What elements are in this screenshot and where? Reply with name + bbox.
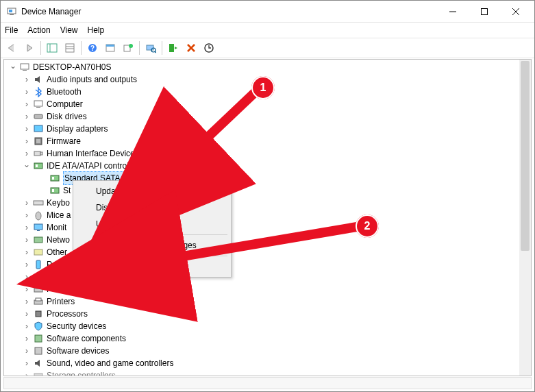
ctx-scan-hardware[interactable]: Scan for hardware changes bbox=[75, 237, 229, 254]
properties-button-toolbar[interactable] bbox=[62, 40, 78, 56]
ctx-properties[interactable]: Properties bbox=[75, 258, 229, 275]
tree-node-label: Processors bbox=[47, 308, 88, 320]
chevron-right-icon[interactable] bbox=[22, 210, 32, 220]
menu-file[interactable]: File bbox=[5, 25, 18, 35]
controller-icon bbox=[49, 173, 60, 184]
toolbar-icon[interactable] bbox=[201, 40, 217, 56]
chevron-right-icon[interactable] bbox=[22, 75, 32, 84]
vertical-scrollbar[interactable] bbox=[519, 60, 531, 376]
tree-node-audio[interactable]: Audio inputs and outputs bbox=[5, 73, 531, 86]
tree-node-security[interactable]: Security devices bbox=[5, 320, 531, 332]
menu-action[interactable]: Action bbox=[27, 25, 50, 35]
sound-icon bbox=[33, 358, 44, 369]
minimize-button[interactable] bbox=[437, 1, 469, 22]
close-button[interactable] bbox=[500, 1, 532, 22]
chevron-down-icon[interactable] bbox=[8, 62, 18, 72]
help-button[interactable]: ? bbox=[84, 40, 101, 56]
uninstall-device-button[interactable] bbox=[183, 40, 199, 56]
tree-node-bluetooth[interactable]: Bluetooth bbox=[5, 86, 531, 98]
tree-root-label: DESKTOP-AN70H0S bbox=[33, 61, 112, 73]
chevron-right-icon[interactable] bbox=[22, 124, 32, 134]
menu-view[interactable]: View bbox=[60, 25, 78, 35]
tree-node-firmware[interactable]: Firmware bbox=[5, 135, 531, 147]
show-hide-tree-button[interactable] bbox=[44, 40, 60, 56]
menubar: File Action View Help bbox=[1, 23, 534, 38]
forward-button[interactable] bbox=[21, 40, 38, 56]
chevron-right-icon[interactable] bbox=[22, 149, 32, 158]
svg-rect-45 bbox=[34, 237, 42, 243]
tree-node-label: Human Interface Devices bbox=[47, 147, 139, 160]
tree-node-hid[interactable]: Human Interface Devices bbox=[5, 147, 531, 160]
chevron-down-icon[interactable] bbox=[22, 161, 32, 171]
chevron-right-icon[interactable] bbox=[22, 136, 32, 146]
maximize-button[interactable] bbox=[469, 1, 500, 22]
tree-root[interactable]: DESKTOP-AN70H0S bbox=[5, 61, 531, 73]
chevron-right-icon[interactable] bbox=[22, 235, 32, 245]
chevron-right-icon[interactable] bbox=[22, 309, 32, 319]
scrollbar-thumb[interactable] bbox=[521, 61, 530, 251]
tree-node-ide[interactable]: IDE ATA/ATAPI controllers bbox=[5, 160, 531, 172]
tree-node-label: Print queues bbox=[47, 283, 92, 295]
chevron-right-icon[interactable] bbox=[22, 297, 32, 306]
chevron-right-icon[interactable] bbox=[22, 112, 32, 121]
svg-rect-54 bbox=[36, 298, 41, 301]
tree-node-label: Security devices bbox=[47, 320, 106, 332]
enable-device-button[interactable] bbox=[165, 40, 182, 56]
hid-icon bbox=[33, 148, 44, 159]
ctx-update-driver[interactable]: Update driver bbox=[75, 183, 229, 199]
toolbar-icon[interactable] bbox=[120, 40, 136, 56]
chevron-right-icon[interactable] bbox=[22, 334, 32, 343]
chevron-right-icon[interactable] bbox=[22, 272, 32, 282]
chevron-right-icon[interactable] bbox=[22, 247, 32, 257]
tree-node-label: Sound, video and game controllers bbox=[47, 357, 173, 369]
toolbar-icon[interactable] bbox=[102, 40, 119, 56]
back-button[interactable] bbox=[3, 40, 20, 56]
ide-icon bbox=[33, 160, 44, 171]
svg-rect-9 bbox=[66, 44, 74, 52]
tree-node-print-queues[interactable]: Print queues bbox=[5, 283, 531, 295]
disk-icon bbox=[33, 111, 44, 122]
chevron-right-icon[interactable] bbox=[22, 321, 32, 331]
ctx-uninstall-device[interactable]: Uninstall device bbox=[75, 216, 229, 232]
svg-rect-37 bbox=[51, 175, 59, 181]
chevron-right-icon[interactable] bbox=[22, 198, 32, 208]
tree-node-label: Bluetooth bbox=[47, 86, 82, 98]
statusbar bbox=[3, 377, 532, 389]
chevron-right-icon[interactable] bbox=[22, 87, 32, 97]
separator bbox=[139, 41, 140, 55]
chevron-right-icon[interactable] bbox=[22, 358, 32, 368]
svg-rect-7 bbox=[47, 44, 57, 52]
tree-node-label: Computer bbox=[47, 98, 83, 110]
svg-rect-34 bbox=[40, 152, 42, 155]
separator bbox=[40, 41, 41, 55]
tree-node-sound[interactable]: Sound, video and game controllers bbox=[5, 357, 531, 369]
svg-rect-27 bbox=[34, 101, 42, 106]
chevron-right-icon[interactable] bbox=[22, 284, 32, 294]
tree-node-printers[interactable]: Printers bbox=[5, 295, 531, 308]
svg-rect-38 bbox=[52, 177, 54, 180]
scan-hardware-button[interactable] bbox=[142, 40, 159, 56]
tree-node-computer[interactable]: Computer bbox=[5, 98, 531, 110]
svg-rect-33 bbox=[34, 151, 40, 156]
svg-rect-2 bbox=[9, 10, 12, 12]
chevron-right-icon[interactable] bbox=[22, 260, 32, 269]
svg-rect-46 bbox=[34, 249, 42, 255]
tree-node-label: IDE ATA/ATAPI controllers bbox=[47, 160, 142, 172]
svg-rect-26 bbox=[23, 70, 27, 71]
tree-node-display[interactable]: Display adapters bbox=[5, 123, 531, 135]
svg-point-49 bbox=[36, 276, 38, 278]
cpu-icon bbox=[33, 308, 44, 319]
chevron-right-icon[interactable] bbox=[22, 223, 32, 232]
tree-node-processors[interactable]: Processors bbox=[5, 308, 531, 320]
tree-node-disk[interactable]: Disk drives bbox=[5, 110, 531, 123]
chevron-right-icon[interactable] bbox=[22, 371, 32, 376]
svg-rect-40 bbox=[52, 189, 54, 192]
menu-help[interactable]: Help bbox=[88, 25, 105, 35]
chevron-right-icon[interactable] bbox=[22, 99, 32, 109]
tree-node-software-components[interactable]: Software components bbox=[5, 332, 531, 345]
ctx-disable-device[interactable]: Disable device bbox=[75, 199, 229, 216]
ctx-item-label: Properties bbox=[96, 262, 136, 271]
chevron-right-icon[interactable] bbox=[22, 346, 32, 356]
tree-node-storage[interactable]: Storage controllers bbox=[5, 369, 531, 376]
tree-node-software-devices[interactable]: Software devices bbox=[5, 345, 531, 357]
